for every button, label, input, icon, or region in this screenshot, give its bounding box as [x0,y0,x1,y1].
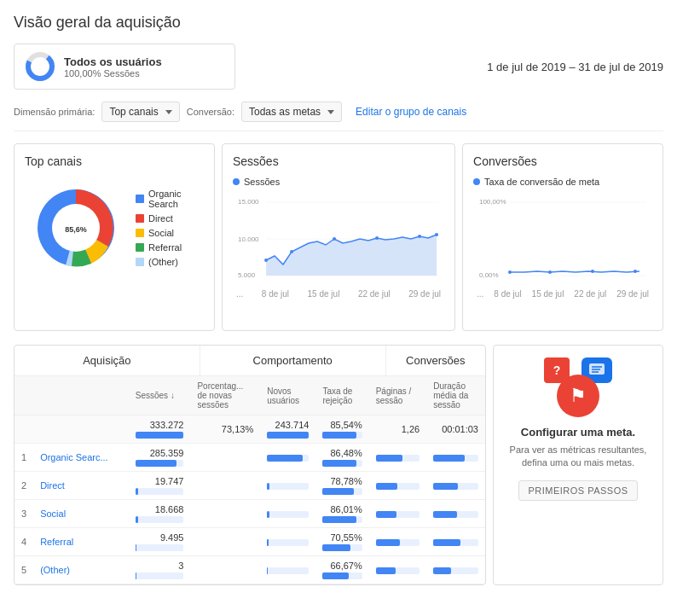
row-sessions-1: 285.359 [129,444,191,472]
row-channel-3[interactable]: Social [33,500,129,528]
total-num [14,416,33,444]
header-row: Todos os usuários 100,00% Sessões 1 de j… [14,44,663,90]
row-newusers-4 [260,528,315,556]
segment-info: Todos os usuários 100,00% Sessões [64,55,162,78]
legend-item-social: Social [136,228,204,238]
legend-item-other: (Other) [136,257,204,267]
svg-text:85,6%: 85,6% [65,225,87,234]
conv-subtitle: Taxa de conversão de meta [473,177,652,187]
row-pctnew-5 [190,556,260,584]
config-description: Para ver as métricas resultantes, defina… [506,444,651,470]
sessions-dot-icon [233,178,240,185]
svg-point-23 [591,270,594,273]
legend-item-referral: Referral [136,242,204,253]
legend-item-organic: Organic Search [136,189,204,209]
row-pctnew-4 [190,528,260,556]
table-row: 1 Organic Searc... 285.359 86,48% [14,444,485,472]
charts-row: Top canais [14,143,663,331]
sessions-svg-container: 15.000 10.000 5.000 [233,192,444,286]
row-channel-2[interactable]: Direct [33,472,129,500]
conversions-x-labels: ... 8 de jul 15 de jul 22 de jul 29 de j… [473,289,652,299]
data-table: Sessões ↓ Porcentag...de novassessões No… [14,376,485,584]
row-num-3: 3 [14,500,33,528]
row-bounce-4: 70,55% [315,528,368,556]
row-pages-1 [369,444,426,472]
top-canais-select[interactable]: Top canais [101,102,179,122]
row-channel-1[interactable]: Organic Searc... [33,444,129,472]
conversions-chart-title: Conversões [473,154,652,168]
total-newusers: 243.714 [260,416,315,444]
bottom-section: Aquisição Comportamento Conversões Sessõ… [14,345,663,585]
table-header-row: Sessões ↓ Porcentag...de novassessões No… [14,376,485,416]
data-table-section: Aquisição Comportamento Conversões Sessõ… [14,345,486,585]
row-pctnew-2 [190,472,260,500]
pie-chart-title: Top canais [25,154,204,168]
table-row: 2 Direct 19.747 78,78% [14,472,485,500]
row-newusers-2 [260,472,315,500]
row-duration-3 [426,500,485,528]
row-newusers-3 [260,500,315,528]
config-icons: ? ⚑ [544,357,612,417]
conv-dot-icon [473,178,480,185]
conversions-svg-container: 100,00% 0,00% [473,192,652,286]
svg-point-22 [548,270,552,274]
pie-chart: 85,6% [25,177,127,279]
total-bounce: 85,54% [315,416,368,444]
svg-text:15.000: 15.000 [238,198,259,206]
pie-legend: Organic Search Direct Social Referral [136,189,204,267]
col-duration-header: Duraçãomédia dasessão [426,376,485,416]
legend-label-direct: Direct [148,213,173,224]
svg-point-12 [290,250,293,253]
row-duration-4 [426,528,485,556]
flag-icon: ⚑ [557,375,599,417]
config-meta-panel: ? ⚑ Configurar uma meta. Para ver as mét… [493,345,663,585]
primeiros-passos-button[interactable]: PRIMEIROS PASSOS [518,480,637,501]
date-range: 1 de jul de 2019 – 31 de jul de 2019 [487,61,663,73]
row-num-1: 1 [14,444,33,472]
svg-text:0,00%: 0,00% [479,271,499,279]
primary-dimension-label: Dimensão primária: [14,107,95,117]
donut-icon [25,51,55,82]
legend-label-referral: Referral [148,242,182,253]
svg-point-24 [634,270,637,273]
todas-metas-select[interactable]: Todas as metas [241,102,342,122]
svg-text:10.000: 10.000 [238,235,259,243]
sessions-chart-title: Sessões [233,154,444,168]
legend-color-referral [136,243,144,252]
row-pages-3 [369,500,426,528]
user-segment[interactable]: Todos os usuários 100,00% Sessões [14,44,235,90]
row-bounce-2: 78,78% [315,472,368,500]
row-pages-2 [369,472,426,500]
chat-bubble-icon [588,363,605,378]
row-sessions-4: 9.495 [129,528,191,556]
comportamento-header: Comportamento [200,346,386,375]
total-sessions: 333.272 [129,416,191,444]
table-total-row: 333.272 73,13% 243.714 85,54% 1,26 [14,416,485,444]
row-num-2: 2 [14,472,33,500]
col-pages-header: Páginas /sessão [369,376,426,416]
row-pctnew-1 [190,444,260,472]
row-channel-5[interactable]: (Other) [33,556,129,584]
edit-channel-group-link[interactable]: Editar o grupo de canais [356,106,466,118]
svg-point-21 [508,270,512,274]
col-sessions-header[interactable]: Sessões ↓ [129,376,191,416]
row-sessions-5: 3 [129,556,191,584]
aquisicao-header: Aquisição [14,346,200,375]
svg-text:5.000: 5.000 [238,271,256,279]
legend-color-direct [136,214,144,223]
row-newusers-5 [260,556,315,584]
row-duration-5 [426,556,485,584]
pie-panel-inner: 85,6% Organic Search Direct Soci [25,177,204,279]
row-channel-4[interactable]: Referral [33,528,129,556]
conversoes-header: Conversões [386,346,485,375]
total-duration: 00:01:03 [426,416,485,444]
table-row: 4 Referral 9.495 70,55% [14,528,485,556]
legend-color-other [136,258,144,266]
total-channel [33,416,129,444]
filters-row: Dimensão primária: Top canais Conversão:… [14,102,663,131]
col-num-header [14,376,33,416]
svg-point-15 [418,235,421,238]
config-title: Configurar uma meta. [506,426,651,439]
legend-label-other: (Other) [148,257,178,267]
flag-symbol: ⚑ [570,385,587,407]
